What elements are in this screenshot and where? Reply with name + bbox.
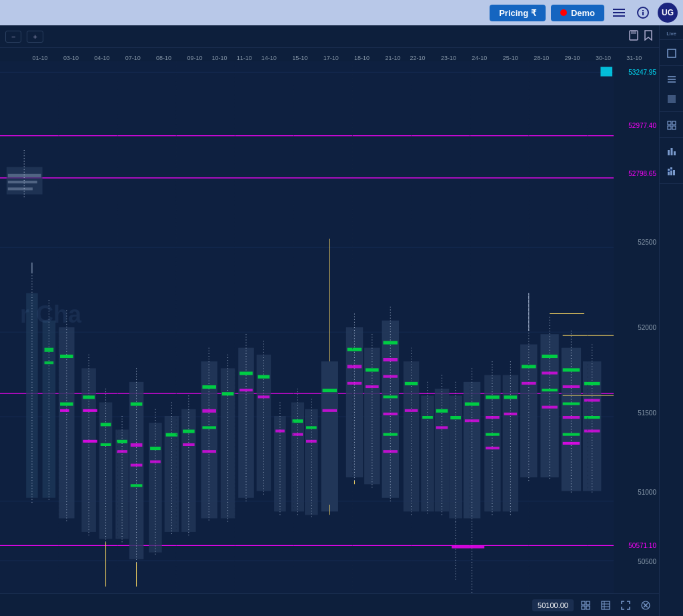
svg-rect-223 (668, 171, 670, 172)
right-sidebar: Live (659, 25, 683, 616)
svg-rect-7 (631, 31, 636, 34)
plus-button[interactable]: + (27, 31, 43, 43)
svg-rect-33 (60, 403, 73, 406)
svg-rect-62 (166, 433, 178, 437)
list2-icon[interactable] (662, 90, 681, 109)
avatar[interactable]: UG (658, 3, 678, 23)
price-label-6: 51000 (638, 489, 656, 496)
square-view-icon[interactable] (662, 44, 681, 63)
svg-rect-219 (674, 151, 676, 155)
svg-rect-1 (613, 12, 625, 13)
svg-rect-167 (563, 416, 580, 419)
svg-rect-172 (584, 382, 600, 385)
list-icon[interactable] (662, 70, 681, 89)
svg-rect-217 (668, 150, 670, 155)
svg-marker-8 (645, 31, 652, 40)
svg-rect-175 (584, 429, 600, 432)
svg-rect-48 (117, 450, 127, 453)
svg-rect-148 (504, 395, 518, 399)
svg-rect-194 (582, 601, 585, 605)
svg-rect-164 (563, 368, 580, 371)
svg-rect-32 (60, 355, 73, 358)
price-label-7: 50571.10 (628, 542, 656, 549)
svg-rect-198 (602, 601, 610, 609)
svg-rect-181 (8, 181, 37, 183)
svg-rect-183 (600, 67, 612, 76)
svg-rect-55 (131, 484, 143, 487)
time-label: 24-10 (472, 55, 487, 61)
pricing-button[interactable]: Pricing ₹ (490, 5, 546, 21)
expand-icon-button[interactable] (618, 597, 634, 613)
price-label-3: 52500 (638, 239, 656, 246)
minus-label: − (11, 33, 15, 41)
svg-rect-89 (292, 419, 303, 423)
close-icon-button[interactable] (638, 597, 654, 613)
svg-rect-43 (101, 423, 111, 426)
time-label: 28-10 (534, 55, 549, 61)
time-label: 30-10 (596, 55, 611, 61)
svg-rect-96 (321, 361, 338, 511)
svg-rect-218 (670, 148, 672, 155)
svg-rect-145 (486, 447, 500, 449)
price-label-5: 51500 (638, 409, 656, 416)
svg-rect-79 (239, 389, 253, 391)
svg-rect-90 (292, 433, 303, 436)
demo-label: Demo (571, 8, 595, 18)
svg-rect-71 (202, 426, 216, 429)
svg-rect-116 (384, 413, 398, 415)
sidebar-section-list (660, 67, 683, 112)
time-label: 04-10 (94, 55, 109, 61)
svg-rect-52 (131, 403, 143, 406)
bar-chart-icon[interactable] (662, 142, 681, 161)
demo-button[interactable]: Demo (551, 5, 604, 21)
svg-rect-213 (668, 121, 671, 125)
svg-rect-53 (131, 443, 143, 447)
info-icon-button[interactable] (634, 3, 652, 22)
table-icon-button[interactable] (598, 597, 614, 613)
svg-rect-75 (222, 392, 234, 395)
menu-icon-button[interactable] (610, 3, 628, 22)
time-label: 29-10 (565, 55, 580, 61)
chart-area[interactable]: r Cha (0, 61, 614, 593)
svg-rect-168 (563, 433, 580, 436)
price-label-4: 52000 (638, 324, 656, 331)
svg-rect-129 (436, 426, 448, 429)
svg-rect-94 (306, 440, 317, 443)
save-icon-button[interactable] (628, 30, 639, 43)
minus-button[interactable]: − (5, 31, 21, 43)
svg-rect-105 (348, 382, 362, 385)
svg-rect-72 (202, 450, 216, 453)
main-area: − + 01-10 03-10 04-10 07-10 (0, 25, 683, 616)
svg-rect-195 (586, 601, 590, 605)
svg-rect-29 (45, 361, 54, 364)
price-axis: 53247.95 52977.40 52798.65 52500 52000 5… (614, 61, 659, 593)
svg-rect-173 (584, 399, 600, 401)
svg-rect-222 (673, 170, 675, 175)
time-label: 01-10 (32, 55, 47, 61)
svg-rect-153 (522, 382, 536, 385)
time-label: 14-10 (261, 55, 277, 61)
svg-rect-4 (642, 12, 644, 15)
svg-rect-103 (348, 348, 362, 351)
bookmark-icon-button[interactable] (643, 30, 654, 43)
chart-container: − + 01-10 03-10 04-10 07-10 (0, 25, 659, 616)
svg-rect-196 (582, 606, 585, 609)
svg-rect-117 (384, 433, 398, 436)
grid2x2-icon[interactable] (662, 116, 681, 135)
svg-rect-2 (613, 15, 625, 17)
sidebar-section-live: Live (660, 28, 683, 40)
svg-rect-37 (83, 395, 95, 399)
svg-rect-149 (504, 413, 518, 415)
column-chart-icon[interactable] (662, 162, 681, 181)
svg-rect-70 (202, 409, 216, 413)
svg-rect-108 (366, 368, 379, 371)
svg-rect-78 (239, 372, 253, 375)
svg-rect-137 (465, 403, 480, 406)
time-label: 15-10 (292, 55, 307, 61)
time-label: 21-10 (385, 55, 400, 61)
svg-rect-73 (221, 368, 235, 518)
grid-icon-button[interactable] (578, 597, 594, 613)
live-badge: Live (666, 31, 676, 37)
svg-rect-104 (348, 365, 362, 368)
svg-rect-114 (384, 375, 398, 378)
